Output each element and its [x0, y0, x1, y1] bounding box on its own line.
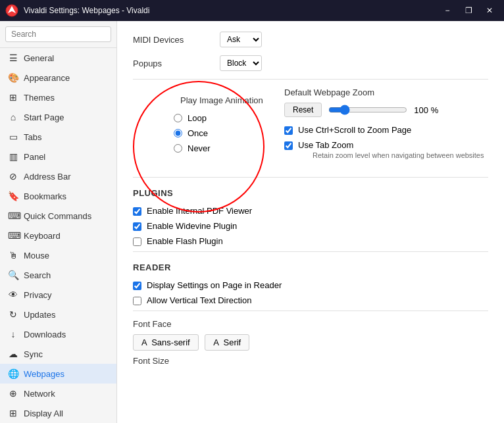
display-settings-checkbox[interactable] [133, 282, 141, 290]
animation-radio-group: Loop Once Never [174, 113, 271, 153]
sidebar-item-label: Panel [24, 152, 45, 162]
start-page-icon: ⌂ [8, 112, 18, 122]
sidebar-item-downloads[interactable]: ↓ Downloads [0, 324, 116, 344]
sync-icon: ☁ [8, 349, 18, 359]
sidebar-item-label: Quick Commands [24, 211, 91, 221]
reader-header: READER [133, 262, 488, 272]
pdf-checkbox[interactable] [133, 207, 141, 216]
sidebar-item-network[interactable]: ⊕ Network [0, 384, 116, 403]
minimize-button[interactable]: − [438, 3, 457, 18]
font-size-label: Font Size [133, 356, 488, 366]
sidebar-item-label: Webpages [24, 369, 64, 379]
zoom-title: Default Webpage Zoom [284, 87, 488, 97]
top-settings: MIDI Devices Ask Allow Block Popups Ask … [133, 32, 488, 71]
divider-4 [133, 311, 488, 311]
sidebar-item-address-bar[interactable]: ⊘ Address Bar [0, 166, 116, 186]
sidebar-item-webpages[interactable]: 🌐 Webpages [0, 364, 116, 384]
sidebar-item-keyboard[interactable]: ⌨ Keyboard [0, 226, 116, 245]
divider-1 [133, 79, 488, 80]
sidebar-item-label: Bookmarks [24, 191, 66, 201]
zoom-checkboxes: Use Ctrl+Scroll to Zoom Page Use Tab Zoo… [284, 125, 488, 159]
sidebar-item-panel[interactable]: ▥ Panel [0, 147, 116, 166]
popups-label: Popups [133, 59, 212, 68]
display-settings-label: Display Settings on Page in Reader [147, 280, 282, 290]
flash-checkbox-row: Enable Flash Plugin [133, 236, 488, 246]
window-controls: − ❐ ✕ [438, 3, 499, 18]
sidebar-item-label: General [24, 53, 54, 63]
midi-devices-label: MIDI Devices [133, 35, 212, 45]
midi-devices-select[interactable]: Ask Allow Block [220, 32, 262, 47]
animation-loop-label: Loop [188, 113, 207, 123]
sidebar-item-label: Downloads [24, 330, 66, 339]
tab-zoom-label: Use Tab Zoom [298, 140, 484, 150]
close-button[interactable]: ✕ [480, 3, 499, 18]
popups-row: Popups Ask Allow Block [133, 55, 488, 71]
animation-never-option[interactable]: Never [174, 143, 271, 153]
sidebar-item-label: Keyboard [24, 231, 61, 241]
zoom-section: Default Webpage Zoom Reset 100 % Use Ctr… [284, 87, 488, 164]
pdf-label: Enable Internal PDF Viewer [147, 206, 252, 216]
search-icon: 🔍 [8, 270, 18, 280]
settings-content: MIDI Devices Ask Allow Block Popups Ask … [117, 21, 504, 423]
divider-2 [133, 177, 488, 178]
animation-once-label: Once [188, 128, 208, 138]
privacy-icon: 👁 [8, 289, 18, 300]
sidebar-item-display-all[interactable]: ⊞ Display All [0, 403, 116, 423]
network-icon: ⊕ [8, 388, 18, 399]
plugins-header: PLUGINS [133, 188, 488, 198]
font-face-section: Font Face A Sans-serif A Serif [133, 319, 488, 351]
themes-icon: ⊞ [8, 92, 18, 103]
reset-zoom-button[interactable]: Reset [284, 103, 322, 117]
ctrl-scroll-checkbox[interactable] [284, 126, 293, 135]
sidebar-item-sync[interactable]: ☁ Sync [0, 344, 116, 364]
sidebar-item-tabs[interactable]: ▭ Tabs [0, 127, 116, 147]
flash-label: Enable Flash Plugin [147, 236, 223, 246]
general-icon: ☰ [8, 53, 18, 63]
divider-3 [133, 251, 488, 252]
vertical-text-checkbox[interactable] [133, 297, 141, 305]
sidebar-item-start-page[interactable]: ⌂ Start Page [0, 107, 116, 127]
sidebar-item-appearance[interactable]: 🎨 Appearance [0, 68, 116, 87]
sidebar-item-mouse[interactable]: 🖱 Mouse [0, 245, 116, 265]
sidebar-item-privacy[interactable]: 👁 Privacy [0, 285, 116, 305]
ctrl-scroll-label: Use Ctrl+Scroll to Zoom Page [298, 125, 411, 135]
flash-checkbox[interactable] [133, 237, 141, 246]
sidebar-item-quick-commands[interactable]: ⌨ Quick Commands [0, 206, 116, 226]
sidebar-item-updates[interactable]: ↻ Updates [0, 305, 116, 324]
sidebar-item-themes[interactable]: ⊞ Themes [0, 87, 116, 107]
vertical-text-checkbox-row: Allow Vertical Text Direction [133, 295, 488, 305]
animation-once-radio[interactable] [174, 129, 182, 137]
sidebar-item-label: Sync [24, 349, 43, 359]
sidebar-item-search[interactable]: 🔍 Search [0, 265, 116, 285]
animation-section: Play Image Animation Loop Once Never [133, 87, 271, 161]
zoom-controls: Reset 100 % [284, 103, 488, 117]
keyboard-icon: ⌨ [8, 230, 18, 241]
sidebar-item-label: Search [24, 270, 51, 280]
tabs-icon: ▭ [8, 132, 18, 142]
tab-zoom-checkbox[interactable] [284, 141, 293, 150]
sidebar-item-label: Mouse [24, 251, 49, 261]
sans-serif-button[interactable]: A Sans-serif [133, 334, 199, 351]
sidebar-item-general[interactable]: ☰ General [0, 48, 116, 68]
animation-loop-option[interactable]: Loop [174, 113, 271, 123]
app-container: ☰ General 🎨 Appearance ⊞ Themes ⌂ Start … [0, 21, 504, 423]
display-settings-checkbox-row: Display Settings on Page in Reader [133, 280, 488, 290]
sidebar-item-bookmarks[interactable]: 🔖 Bookmarks [0, 186, 116, 206]
tab-zoom-sublabel: Retain zoom level when navigating betwee… [313, 151, 484, 159]
sidebar: ☰ General 🎨 Appearance ⊞ Themes ⌂ Start … [0, 21, 117, 423]
restore-button[interactable]: ❐ [459, 3, 478, 18]
vertical-text-label: Allow Vertical Text Direction [147, 295, 251, 305]
popups-select[interactable]: Ask Allow Block [220, 55, 262, 71]
widevine-checkbox[interactable] [133, 222, 141, 231]
serif-button[interactable]: A Serif [205, 334, 249, 351]
animation-once-option[interactable]: Once [174, 128, 271, 138]
app-icon [5, 4, 18, 17]
animation-never-label: Never [188, 143, 211, 153]
sidebar-search-input[interactable] [5, 26, 111, 42]
animation-never-radio[interactable] [174, 144, 182, 153]
animation-loop-radio[interactable] [174, 114, 182, 122]
zoom-slider[interactable] [328, 105, 407, 115]
font-face-buttons: A Sans-serif A Serif [133, 334, 488, 351]
sidebar-item-label: Display All [24, 409, 63, 418]
appearance-icon: 🎨 [8, 72, 18, 83]
